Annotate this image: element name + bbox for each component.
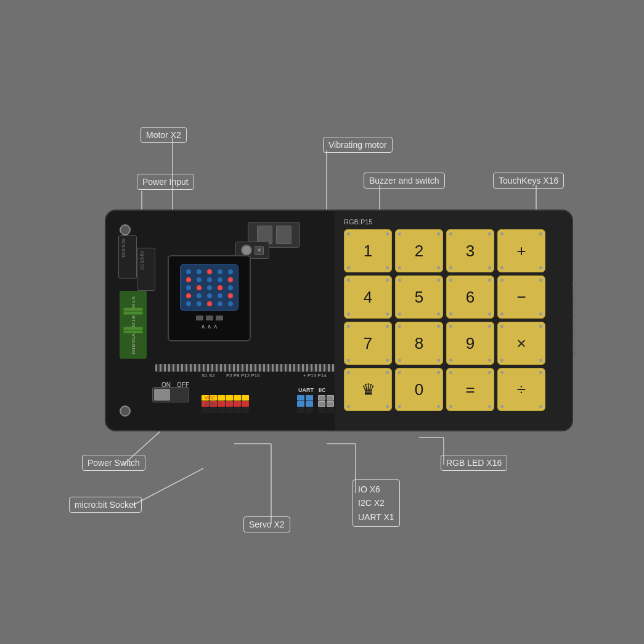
- keypad-section: RGB:P15 123+456−789×♛0=÷ math & automati…: [335, 211, 572, 430]
- key-=[interactable]: =: [446, 368, 494, 411]
- key-8[interactable]: 8: [395, 322, 443, 365]
- svg-line-11: [132, 468, 203, 505]
- dc-connector-1: DC3.5-5V: [118, 235, 137, 279]
- key-6[interactable]: 6: [446, 275, 494, 319]
- io-pins-row: [155, 364, 335, 372]
- s1-label: S1 S2: [202, 373, 215, 378]
- key-4[interactable]: 4: [344, 275, 392, 319]
- key-2[interactable]: 2: [395, 229, 443, 272]
- dc-connector-2: DC3.5-5V: [137, 248, 155, 291]
- gnd-label: GND: [205, 401, 216, 407]
- rgb-label: RGB:P15: [344, 218, 566, 226]
- servo-label: Servo X2: [243, 516, 290, 532]
- main-board: DC3.5-5V DC3.5-5V M2A M1B M1A M1B ✕: [105, 210, 573, 431]
- key-+[interactable]: +: [497, 229, 545, 272]
- screw-hole-bl: [120, 406, 131, 417]
- buzzer-label: Buzzer and switch: [364, 173, 445, 189]
- key-5[interactable]: 5: [395, 275, 443, 319]
- power-switch-slider[interactable]: [152, 387, 189, 402]
- iic-label: IIC: [319, 387, 326, 393]
- key-÷[interactable]: ÷: [497, 368, 545, 411]
- p-labels: P2 P8 P12 P16: [226, 373, 260, 378]
- key-9[interactable]: 9: [446, 322, 494, 365]
- key-3[interactable]: 3: [446, 229, 494, 272]
- key-1[interactable]: 1: [344, 229, 392, 272]
- uart-label: UART: [298, 387, 314, 393]
- motor-label: Motor X2: [141, 127, 187, 143]
- microbit-socket-label: micro:bit Socket: [69, 497, 142, 513]
- side-text: math & automatic for microbit V1.0: [571, 283, 577, 359]
- keypad-grid: 123+456−789×♛0=÷: [344, 229, 566, 411]
- uart-i2c-pins: [297, 395, 334, 413]
- motor-connector: M2A M1B M1A M1B: [120, 291, 147, 359]
- key-×[interactable]: ×: [497, 322, 545, 365]
- vcc-label: VCC: [205, 395, 215, 401]
- touchkeys-label: TouchKeys X16: [493, 173, 564, 189]
- key-7[interactable]: 7: [344, 322, 392, 365]
- key-−[interactable]: −: [497, 275, 545, 319]
- microbit-face: [180, 264, 238, 311]
- screw-hole-tl: [120, 224, 131, 235]
- power-input-label: Power Input: [137, 174, 194, 190]
- microbit-socket: ∧ ∧ ∧: [168, 255, 251, 341]
- rgb-led-label: RGB LED X16: [441, 455, 507, 471]
- p13-label: + P13 P14: [303, 373, 327, 378]
- key-0[interactable]: 0: [395, 368, 443, 411]
- io-label: IO X6 I2C X2 UART X1: [353, 479, 400, 527]
- power-switch-label: Power Switch: [82, 455, 145, 471]
- key-♛[interactable]: ♛: [344, 368, 392, 411]
- vibrating-motor-label: Vibrating motor: [323, 137, 393, 153]
